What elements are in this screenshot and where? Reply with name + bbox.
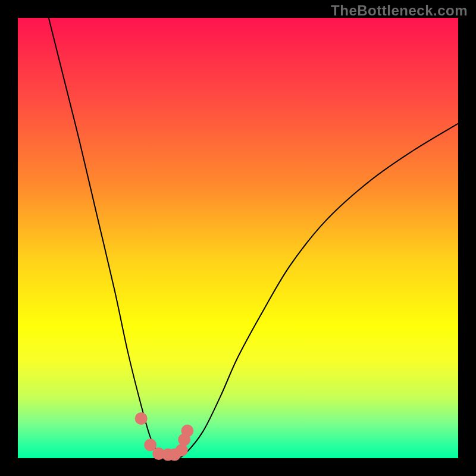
marker-dot (135, 412, 148, 425)
plot-area (18, 18, 458, 458)
marker-group (135, 412, 194, 461)
chart-frame: TheBottleneck.com (0, 0, 476, 476)
marker-dot (176, 444, 188, 456)
watermark-text: TheBottleneck.com (331, 2, 468, 19)
chart-svg (18, 18, 458, 458)
bottleneck-curve (49, 18, 458, 459)
marker-dot (181, 425, 193, 437)
